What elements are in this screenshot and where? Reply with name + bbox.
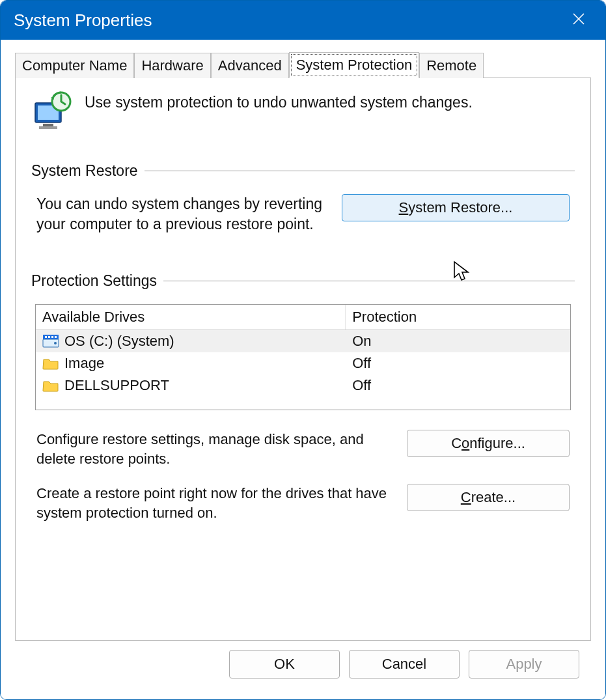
tabstrip: Computer Name Hardware Advanced System P…	[15, 51, 591, 78]
group-system-restore: System Restore	[31, 162, 575, 180]
system-protection-panel: Use system protection to undo unwanted s…	[15, 78, 591, 641]
titlebar: System Properties	[1, 1, 605, 40]
create-description: Create a restore point right now for the…	[36, 484, 395, 522]
svg-point-11	[54, 342, 57, 344]
drive-name: Image	[64, 355, 104, 372]
system-properties-window: System Properties Computer Name Hardware…	[0, 0, 606, 700]
configure-description: Configure restore settings, manage disk …	[36, 430, 395, 468]
drive-protection: Off	[346, 352, 570, 374]
column-available-drives[interactable]: Available Drives	[36, 305, 346, 329]
configure-button[interactable]: Configure...	[407, 430, 570, 457]
window-title: System Properties	[14, 10, 152, 31]
cancel-button[interactable]: Cancel	[349, 650, 460, 679]
disk-icon	[42, 334, 59, 348]
tab-remote[interactable]: Remote	[419, 53, 484, 78]
svg-rect-8	[48, 336, 50, 338]
drive-protection: Off	[346, 374, 570, 397]
close-icon[interactable]	[565, 8, 592, 33]
svg-rect-10	[55, 336, 57, 338]
svg-rect-9	[51, 336, 53, 338]
group-label-restore: System Restore	[31, 162, 138, 180]
drives-listview[interactable]: Available Drives Protection	[35, 304, 571, 410]
drive-row-os-c[interactable]: OS (C:) (System) On	[36, 330, 570, 352]
folder-icon	[42, 378, 59, 393]
drive-row-image[interactable]: Image Off	[36, 352, 570, 374]
ok-button[interactable]: OK	[229, 650, 340, 679]
system-restore-icon	[31, 91, 73, 133]
group-label-settings: Protection Settings	[31, 272, 157, 290]
drive-row-dellsupport[interactable]: DELLSUPPORT Off	[36, 374, 570, 397]
folder-icon	[42, 356, 59, 371]
column-protection[interactable]: Protection	[346, 305, 570, 329]
restore-description: You can undo system changes by reverting…	[36, 194, 329, 234]
svg-rect-7	[45, 336, 47, 338]
svg-rect-3	[39, 126, 57, 129]
listview-header: Available Drives Protection	[36, 305, 570, 330]
tab-computer-name[interactable]: Computer Name	[15, 53, 134, 78]
system-restore-button[interactable]: System Restore...	[342, 194, 570, 221]
group-protection-settings: Protection Settings	[31, 272, 575, 290]
intro-text: Use system protection to undo unwanted s…	[85, 91, 473, 111]
tab-hardware[interactable]: Hardware	[134, 53, 210, 78]
apply-button: Apply	[469, 650, 579, 679]
drive-protection: On	[346, 330, 570, 352]
create-button[interactable]: Create...	[407, 484, 570, 511]
dialog-content: Computer Name Hardware Advanced System P…	[1, 40, 605, 699]
dialog-footer: OK Cancel Apply	[15, 641, 591, 690]
tab-advanced[interactable]: Advanced	[211, 53, 289, 78]
system-restore-button-label: ystem Restore...	[408, 199, 512, 216]
svg-rect-2	[43, 124, 53, 126]
drive-name: DELLSUPPORT	[64, 377, 169, 394]
tab-system-protection[interactable]: System Protection	[289, 52, 420, 78]
drive-name: OS (C:) (System)	[64, 333, 174, 350]
